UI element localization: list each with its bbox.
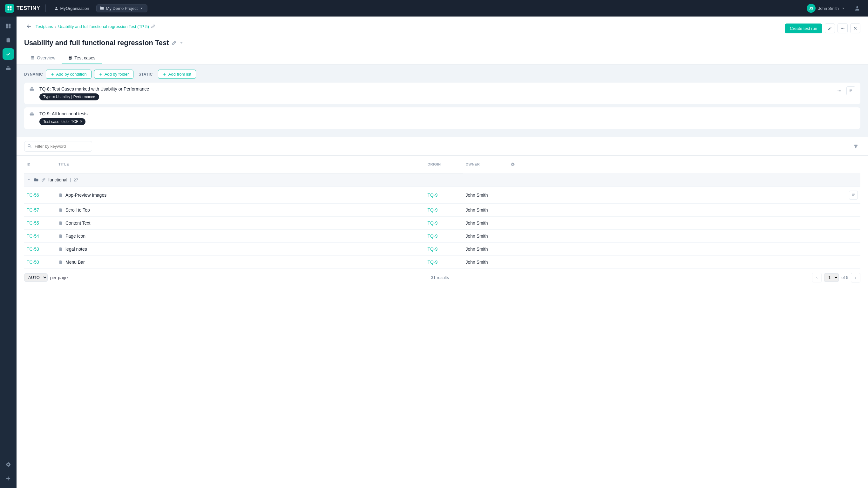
tc50-origin-link[interactable]: TQ-9 <box>427 260 437 265</box>
title-chevron-icon[interactable] <box>179 41 184 45</box>
next-page-button[interactable] <box>851 273 860 282</box>
create-test-run-button[interactable]: Create test run <box>785 24 822 33</box>
sidebar-item-testplans[interactable] <box>3 48 14 60</box>
static-label: STATIC <box>138 72 153 77</box>
tc50-link[interactable]: TC-50 <box>27 260 39 265</box>
row-icon <box>58 221 63 225</box>
page-select[interactable]: 1 2 3 4 5 <box>824 273 839 282</box>
sidebar-item-dashboard[interactable] <box>3 20 14 32</box>
query-tq8-detail-button[interactable] <box>846 86 855 95</box>
table-settings-button[interactable] <box>508 159 518 169</box>
tc54-origin-link[interactable]: TQ-9 <box>427 234 437 239</box>
search-icon <box>27 144 32 149</box>
tc56-detail-button[interactable] <box>849 191 858 200</box>
svg-rect-7 <box>8 26 10 28</box>
title-link-icon <box>172 40 177 45</box>
row-tc55-title: Content Text <box>56 216 425 230</box>
tab-test-cases[interactable]: Test cases <box>62 52 102 64</box>
close-button[interactable] <box>850 23 860 33</box>
back-button[interactable] <box>24 22 34 31</box>
dynamic-label: DYNAMIC <box>24 72 43 77</box>
add-from-list-label: Add from list <box>168 72 191 77</box>
row-tc55-origin: TQ-9 <box>425 216 463 230</box>
row-tc53-id: TC-53 <box>24 242 56 255</box>
row-tc53-origin: TQ-9 <box>425 242 463 255</box>
global-settings-icon[interactable] <box>851 3 863 14</box>
sidebar-item-settings[interactable] <box>3 459 14 470</box>
tc56-title: App-Preview Images <box>65 192 106 197</box>
breadcrumb-current: Usability and full functional regression… <box>58 24 149 29</box>
row-tc56-origin: TQ-9 <box>425 186 463 203</box>
sidebar-item-clipboard[interactable] <box>3 34 14 46</box>
row-icon <box>58 247 63 251</box>
user-avatar: JS <box>807 4 815 13</box>
tc56-link[interactable]: TC-56 <box>27 192 39 197</box>
svg-rect-4 <box>6 24 8 26</box>
row-icon <box>58 234 63 238</box>
title-actions: Create test run <box>785 23 860 33</box>
row-tc57-id: TC-57 <box>24 203 56 216</box>
svg-rect-6 <box>6 26 8 28</box>
breadcrumb-testplans[interactable]: Testplans <box>36 24 53 29</box>
folder-chevron-icon[interactable] <box>27 177 31 183</box>
add-by-folder-label: Add by folder <box>104 72 129 77</box>
tc53-title: legal notes <box>65 247 87 252</box>
row-icon <box>58 208 63 212</box>
prev-page-button[interactable] <box>812 273 822 282</box>
nav-divider-1 <box>45 4 46 12</box>
table-header-row: ID TITLE ORIGIN OWNER <box>24 156 860 173</box>
tc55-origin-link[interactable]: TQ-9 <box>427 220 437 225</box>
folder-count: 27 <box>74 178 78 182</box>
filter-input[interactable] <box>24 141 92 152</box>
tc57-link[interactable]: TC-57 <box>27 208 39 213</box>
row-icon <box>58 260 63 264</box>
more-options-button[interactable] <box>837 23 848 33</box>
folder-row: functional | 27 <box>24 173 860 186</box>
add-from-list-button[interactable]: Add from list <box>158 69 196 79</box>
svg-rect-5 <box>8 24 10 26</box>
tab-overview[interactable]: Overview <box>24 52 62 64</box>
row-tc50-owner: John Smith <box>463 255 860 269</box>
add-by-folder-button[interactable]: Add by folder <box>94 69 134 79</box>
query-tq9-tag: Test case folder TCF-9 <box>39 118 86 125</box>
tc55-title: Content Text <box>65 220 90 225</box>
query-tq9-title: TQ-9: All functional tests <box>39 111 88 116</box>
edit-button[interactable] <box>825 23 835 33</box>
org-selector[interactable]: MyOrganization <box>51 5 92 12</box>
add-by-condition-button[interactable]: Add by condition <box>46 69 92 79</box>
sidebar-item-tests[interactable] <box>3 62 14 74</box>
tc56-owner: John Smith <box>465 192 488 197</box>
filter-options-button[interactable] <box>851 142 860 151</box>
tc57-origin-link[interactable]: TQ-9 <box>427 208 437 213</box>
per-page-label: per page <box>50 275 68 280</box>
query-row-content-tq8: TQ-8: Test Cases marked with Usability o… <box>39 86 149 100</box>
per-page-select[interactable]: AUTO 10 25 50 100 <box>24 273 48 282</box>
project-selector[interactable]: My Demo Project <box>96 4 148 12</box>
tc55-link[interactable]: TC-55 <box>27 220 39 225</box>
tc56-origin-link[interactable]: TQ-9 <box>427 192 437 197</box>
col-id-label: ID <box>27 162 31 166</box>
tc54-link[interactable]: TC-54 <box>27 234 39 239</box>
sidebar-item-add[interactable] <box>3 473 14 484</box>
table-row: TC-53 legal notes TQ-9 John Smith <box>24 242 860 255</box>
col-origin: ORIGIN <box>425 156 463 173</box>
row-tc50-id: TC-50 <box>24 255 56 269</box>
app-logo[interactable]: TESTINY <box>5 4 40 13</box>
tab-overview-label: Overview <box>37 55 55 60</box>
folder-name-text: functional <box>48 177 67 182</box>
query-section: DYNAMIC Add by condition Add by folder S… <box>17 64 868 137</box>
row-tc50-origin: TQ-9 <box>425 255 463 269</box>
breadcrumb-separator: › <box>55 24 56 29</box>
tc55-owner: John Smith <box>465 220 488 225</box>
user-menu[interactable]: JS John Smith <box>804 3 848 14</box>
query-row-tq8: TQ-8: Test Cases marked with Usability o… <box>24 83 860 104</box>
svg-rect-2 <box>8 8 9 10</box>
tab-test-cases-label: Test cases <box>74 55 95 60</box>
folder-icon <box>34 177 39 182</box>
tc53-origin-link[interactable]: TQ-9 <box>427 247 437 252</box>
tc53-link[interactable]: TC-53 <box>27 247 39 252</box>
org-name: MyOrganization <box>60 6 89 11</box>
query-tq8-more-button[interactable] <box>835 86 844 95</box>
tc57-title: Scroll to Top <box>65 208 90 213</box>
query-tq8-tag: Type = Usability | Performance <box>39 93 99 100</box>
